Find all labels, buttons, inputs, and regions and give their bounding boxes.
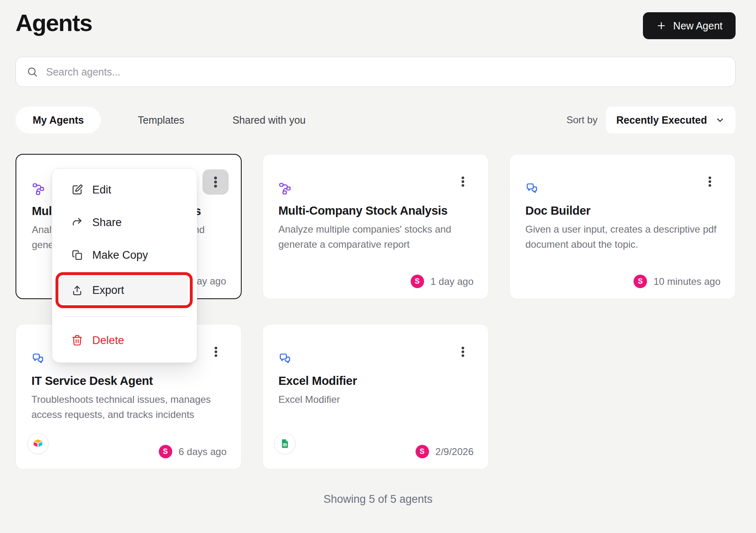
chat-bubbles-icon [278, 352, 473, 365]
avatar: S [411, 275, 424, 288]
agent-card-title: Doc Builder [525, 204, 720, 218]
last-run-time: 1 day ago [431, 276, 474, 287]
tabs-row: My Agents Templates Shared with you Sort… [16, 107, 736, 133]
last-run-time: 6 days ago [179, 446, 227, 457]
sort-dropdown-value: Recently Executed [616, 114, 707, 126]
agent-card-description: Troubleshoots technical issues, manages … [31, 392, 226, 422]
plus-icon [656, 20, 667, 31]
agent-card-title: Multi-Company Stock Analysis [278, 204, 473, 218]
tab-shared-with-you[interactable]: Shared with you [232, 114, 305, 126]
menu-item-make-copy[interactable]: Make Copy [52, 239, 197, 271]
menu-item-label: Make Copy [92, 249, 148, 262]
card-menu-kebab-icon[interactable] [697, 169, 723, 194]
card-context-menu: Edit Share Make Copy Export [52, 168, 197, 363]
agent-card-excel-modifier[interactable]: Excel Modifier Excel Modifier S 2/9/2026 [262, 324, 489, 469]
last-run-time: 2/9/2026 [436, 446, 474, 457]
tab-my-agents[interactable]: My Agents [16, 107, 101, 133]
menu-item-export[interactable]: Export [60, 276, 189, 304]
avatar: S [634, 275, 647, 288]
edit-icon [71, 184, 83, 196]
card-footer: S 10 minutes ago [634, 275, 720, 288]
card-menu-kebab-icon[interactable] [450, 169, 476, 194]
card-menu-kebab-icon[interactable] [450, 339, 476, 364]
card-footer: S 6 days ago [159, 445, 227, 458]
card-menu-kebab-icon[interactable] [203, 339, 229, 364]
menu-item-label: Edit [92, 184, 111, 196]
avatar: S [416, 445, 429, 458]
menu-item-delete[interactable]: Delete [52, 324, 197, 357]
agent-card-title: IT Service Desk Agent [31, 374, 226, 388]
search-icon [27, 66, 38, 78]
workflow-icon [278, 182, 473, 195]
sort-dropdown[interactable]: Recently Executed [606, 107, 736, 133]
agent-card-title: Excel Modifier [278, 374, 473, 388]
agent-card-description: Excel Modifier [278, 392, 473, 407]
trash-icon [71, 334, 83, 346]
tab-templates[interactable]: Templates [138, 114, 184, 126]
sort-group: Sort by Recently Executed [567, 107, 736, 133]
new-agent-label: New Agent [673, 20, 723, 32]
page-title: Agents [16, 9, 92, 36]
agent-card-multi-company-2[interactable]: Multi-Company Stock Analysis Analyze mul… [262, 154, 489, 299]
chevron-down-icon [715, 115, 725, 125]
menu-divider [62, 316, 187, 317]
last-run-time: 10 minutes ago [654, 276, 720, 287]
sort-by-label: Sort by [567, 114, 598, 126]
card-menu-kebab-icon[interactable] [202, 169, 229, 195]
sheets-icon [274, 433, 296, 454]
agent-card-doc-builder[interactable]: Doc Builder Given a user input, creates … [509, 154, 736, 299]
share-icon [71, 216, 83, 229]
card-footer: S 1 day ago [411, 275, 474, 288]
menu-item-label: Share [92, 216, 122, 229]
export-annotation-highlight: Export [56, 272, 193, 308]
chat-bubbles-icon [525, 182, 720, 195]
agent-card-description: Given a user input, creates a descriptiv… [525, 222, 720, 252]
agent-card-description: Analyze multiple companies' stocks and g… [278, 222, 473, 252]
menu-item-label: Delete [92, 334, 124, 347]
avatar: S [159, 445, 172, 458]
upload-icon [71, 284, 83, 296]
search-bar [16, 57, 736, 87]
airtable-logo-icon [27, 433, 49, 454]
search-input[interactable] [45, 66, 725, 78]
menu-item-share[interactable]: Share [52, 206, 197, 239]
new-agent-button[interactable]: New Agent [643, 12, 736, 39]
menu-item-edit[interactable]: Edit [52, 173, 197, 206]
menu-item-label: Export [92, 284, 124, 297]
copy-icon [71, 249, 83, 261]
agents-page: Agents New Agent My Agents Templates Sha… [0, 0, 756, 533]
card-footer: S 2/9/2026 [416, 445, 474, 458]
results-count-text: Showing 5 of 5 agents [0, 493, 756, 506]
